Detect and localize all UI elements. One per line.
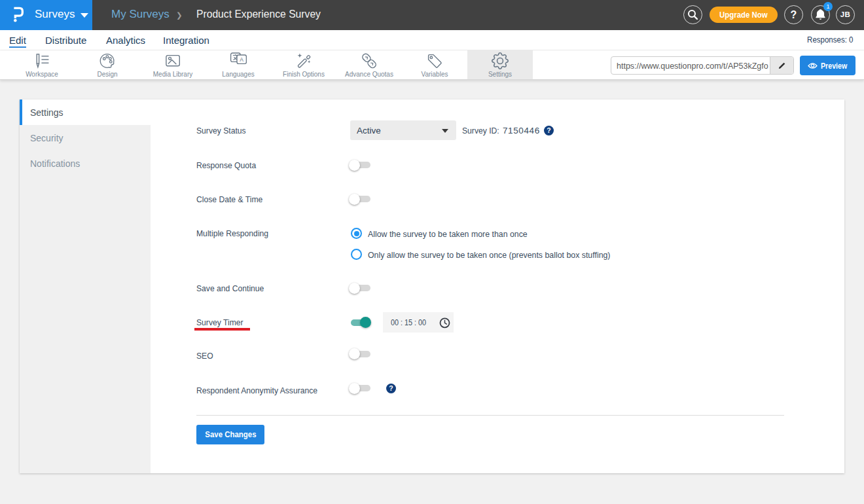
- svg-text:A: A: [240, 56, 243, 63]
